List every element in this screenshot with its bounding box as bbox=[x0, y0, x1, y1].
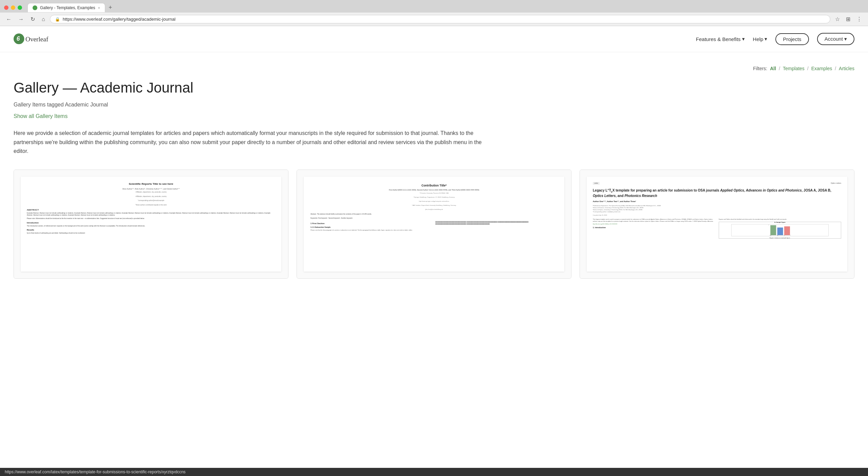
tab-close-btn[interactable]: × bbox=[98, 6, 100, 10]
doc3-compiled: Compiled July 19, 2018 bbox=[593, 214, 841, 216]
doc2-affil1: ¹ Princeton University, Princeton NJ 085… bbox=[310, 192, 558, 194]
doc1-abstract-note: Please note: Abbreviations should be int… bbox=[27, 218, 275, 220]
doc2-affil3: http://www.springer.com/gp/computer-scie… bbox=[310, 200, 558, 202]
gallery-card-1[interactable]: Scientific Reports Title to see here Ali… bbox=[14, 170, 288, 279]
logo-area[interactable]: 6 Overleaf bbox=[14, 32, 61, 46]
doc1-affil1: ¹Affiliation, department, city, postcode… bbox=[27, 191, 275, 194]
nav-links: Features & Benefits ▾ Help ▾ Projects Ac… bbox=[696, 33, 854, 45]
minimize-dot[interactable] bbox=[11, 5, 15, 10]
doc3-fig-inner: A B C 1 bbox=[731, 224, 829, 236]
doc3-header: Letter Optics Letters bbox=[593, 182, 841, 185]
doc3-section: 1. Introduction bbox=[593, 226, 715, 229]
doc2-authors: First Author¹[0000-1111-2222-3333], Seco… bbox=[310, 189, 558, 192]
main-content: Filters: All / Templates / Examples / Ar… bbox=[0, 52, 868, 299]
filter-sep-3: / bbox=[835, 66, 836, 71]
window-controls bbox=[4, 5, 22, 10]
filter-templates[interactable]: Templates bbox=[783, 66, 805, 71]
doc1-results-title: Results bbox=[27, 229, 275, 232]
svg-text:B: B bbox=[777, 235, 778, 236]
doc1-abstract: Example Abstract. Abstract must not incl… bbox=[27, 212, 275, 217]
address-bar[interactable]: 🔒 https://www.overleaf.com/gallery/tagge… bbox=[50, 15, 830, 23]
new-tab-button[interactable]: + bbox=[106, 3, 115, 13]
doc1-affil3: *corresponding.author@email.example bbox=[27, 200, 275, 202]
svg-rect-3 bbox=[770, 225, 776, 235]
gallery-card-preview-3: Letter Optics Letters Legacy LATEX templ… bbox=[580, 170, 854, 278]
gallery-grid: Scientific Reports Title to see here Ali… bbox=[14, 170, 854, 279]
doc3-left-text: This legacy template can be used to prep… bbox=[593, 218, 715, 222]
browser-tabs: Gallery - Templates, Examples × + bbox=[0, 0, 868, 13]
gallery-card-3[interactable]: Letter Optics Letters Legacy LATEX templ… bbox=[580, 170, 854, 279]
doc2-col-right: ████████████████████████████████ ███████… bbox=[435, 221, 558, 231]
tab-title: Gallery - Templates, Examples bbox=[40, 5, 95, 10]
doc2-keywords: Keywords: First keyword · Second keyword… bbox=[310, 217, 558, 220]
doc3-main-title: Legacy LATEX template for preparing an a… bbox=[593, 188, 841, 198]
doc3-authors: Author One¹·²·³, Author Two¹·², and Auth… bbox=[593, 200, 841, 203]
show-all-link[interactable]: Show all Gallery Items bbox=[14, 113, 68, 119]
tab-favicon bbox=[33, 5, 37, 10]
filters-row: Filters: All / Templates / Examples / Ar… bbox=[14, 66, 854, 71]
filter-examples[interactable]: Examples bbox=[811, 66, 832, 71]
site-nav: 6 Overleaf Features & Benefits ▾ Help ▾ … bbox=[0, 26, 868, 52]
bookmark-button[interactable]: ☆ bbox=[833, 15, 842, 24]
doc1-affil4: *these authors contributed equally to th… bbox=[27, 204, 275, 206]
menu-button[interactable]: ⋮ bbox=[854, 15, 864, 24]
doc3-fig-area: A. Sample Figure A B bbox=[719, 222, 841, 239]
active-tab[interactable]: Gallery - Templates, Examples × bbox=[27, 3, 105, 12]
filters-label: Filters: bbox=[753, 66, 767, 71]
filter-sep-2: / bbox=[807, 66, 809, 71]
doc3-fig-caption: Figure 1 shows an example figure. bbox=[770, 237, 790, 239]
doc3-col-left: This legacy template can be used to prep… bbox=[593, 218, 715, 239]
doc2-subsection1: 1.1 A Subsection Sample bbox=[310, 226, 433, 229]
home-button[interactable]: ⌂ bbox=[40, 15, 47, 24]
svg-text:A: A bbox=[770, 235, 771, 236]
lock-icon: 🔒 bbox=[55, 17, 60, 22]
doc2-affil5: {abc,lncs}@uni-heidelberg.de bbox=[310, 209, 558, 211]
doc3-right-text: Figures and Tables should be labelled an… bbox=[719, 218, 841, 220]
filter-all[interactable]: All bbox=[770, 66, 776, 71]
maximize-dot[interactable] bbox=[18, 5, 22, 10]
svg-text:C: C bbox=[784, 235, 785, 236]
doc2-cols: 1 First Section 1.1 A Subsection Sample … bbox=[310, 221, 558, 231]
features-link[interactable]: Features & Benefits ▾ bbox=[696, 36, 745, 42]
doc1-title: Scientific Reports Title to see here bbox=[27, 182, 275, 186]
doc2-col-left: 1 First Section 1.1 A Subsection Sample … bbox=[310, 221, 433, 231]
doc2-affil2: ² Springer Heidelberg, Tiergartenstr. 17… bbox=[310, 196, 558, 198]
browser-toolbar: ← → ↻ ⌂ 🔒 https://www.overleaf.com/galle… bbox=[0, 13, 868, 26]
features-chevron-icon: ▾ bbox=[742, 36, 745, 42]
doc1-affil2: ²Affiliation, department, city, postcode… bbox=[27, 196, 275, 198]
doc3-col-right: Figures and Tables should be labelled an… bbox=[719, 218, 841, 239]
account-chevron-icon: ▾ bbox=[844, 36, 847, 42]
overleaf-logo: 6 Overleaf bbox=[14, 32, 61, 46]
doc-preview-3: Letter Optics Letters Legacy LATEX templ… bbox=[587, 177, 847, 272]
filter-articles[interactable]: Articles bbox=[839, 66, 854, 71]
account-button[interactable]: Account ▾ bbox=[817, 33, 854, 45]
help-link[interactable]: Help ▾ bbox=[753, 36, 768, 42]
svg-text:6: 6 bbox=[17, 35, 20, 42]
svg-rect-5 bbox=[784, 226, 790, 235]
gallery-card-2[interactable]: Contribution Title* First Author¹[0000-1… bbox=[297, 170, 571, 279]
filter-sep-1: / bbox=[779, 66, 780, 71]
doc2-text1: Please note that the first paragraph of … bbox=[310, 229, 433, 231]
doc3-fig-title: A. Sample Figure bbox=[774, 221, 786, 223]
extensions-button[interactable]: ⊞ bbox=[844, 15, 852, 24]
gallery-card-preview-1: Scientific Reports Title to see here Ali… bbox=[14, 170, 288, 278]
doc3-affils: ¹Publications Department, The Optical So… bbox=[593, 205, 841, 213]
svg-text:1: 1 bbox=[769, 225, 769, 226]
doc2-section1: 1 First Section bbox=[310, 222, 433, 225]
page-subtitle: Gallery Items tagged Academic Journal bbox=[14, 102, 854, 108]
back-button[interactable]: ← bbox=[4, 15, 14, 24]
doc1-authors: Alice Author¹·², Bob Author², Christine … bbox=[27, 187, 275, 190]
close-dot[interactable] bbox=[4, 5, 8, 10]
doc-preview-1: Scientific Reports Title to see here Ali… bbox=[21, 177, 281, 272]
doc3-cols: This legacy template can be used to prep… bbox=[593, 218, 841, 239]
doc1-intro-text: The Introduction section, of referenced … bbox=[27, 225, 275, 227]
projects-button[interactable]: Projects bbox=[775, 33, 809, 45]
doc3-header-left: Letter bbox=[593, 182, 600, 185]
doc1-results-text: Up to three levels of subheading are per… bbox=[27, 232, 275, 234]
doc2-affil4: ³ ABC Institute, Rupert-Karls-University… bbox=[310, 204, 558, 206]
forward-button[interactable]: → bbox=[16, 15, 26, 24]
svg-text:Overleaf: Overleaf bbox=[25, 36, 49, 43]
doc1-abstract-title: ABSTRACT bbox=[27, 209, 275, 212]
refresh-button[interactable]: ↻ bbox=[29, 15, 37, 24]
doc2-abstract: Abstract. The abstract should briefly su… bbox=[310, 213, 558, 216]
